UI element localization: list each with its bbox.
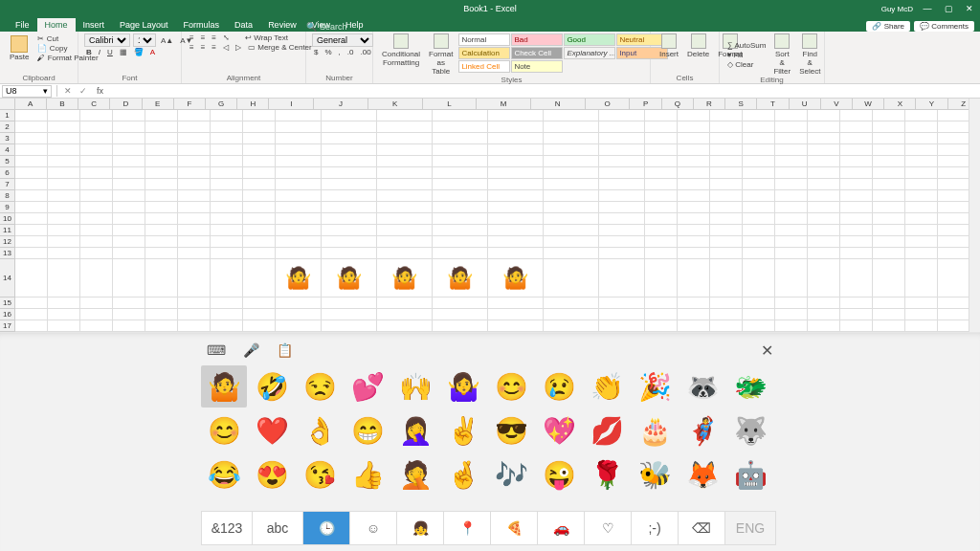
smileys-tab[interactable]: ☺ [349,511,397,545]
tab-insert[interactable]: Insert [76,18,113,32]
cell-A12[interactable] [15,236,48,248]
cell-T17[interactable] [775,320,808,332]
delete-cells-button[interactable]: Delete [684,33,712,58]
emoji-1-9[interactable]: 🎂 [632,409,678,452]
style-check-cell[interactable]: Check Cell [511,47,563,59]
cell-K16[interactable] [377,309,433,320]
comments-button[interactable]: 💬 Comments [914,21,974,32]
cell-S17[interactable] [743,320,775,332]
currency-button[interactable]: $ [312,48,320,56]
emoji-2-8[interactable]: 🌹 [584,453,630,496]
cell-Q2[interactable] [678,121,710,133]
cell-O14[interactable] [599,259,645,298]
col-header-H[interactable]: H [237,99,269,109]
cell-Q1[interactable] [678,110,710,121]
cell-K9[interactable] [377,202,433,213]
cell-R17[interactable] [710,320,743,332]
cell-P9[interactable] [645,202,678,213]
emoji-0-2[interactable]: 😒 [297,365,343,408]
cell-I5[interactable] [276,156,322,167]
tab-page-layout[interactable]: Page Layout [112,18,176,32]
cell-G3[interactable] [211,133,243,144]
keyboard-icon[interactable]: ⌨ [207,342,226,358]
tab-data[interactable]: Data [227,18,260,32]
cell-R2[interactable] [710,121,743,133]
cell-C13[interactable] [80,248,113,259]
transport-tab[interactable]: 🚗 [537,511,585,545]
cell-W4[interactable] [873,144,905,156]
cell-G8[interactable] [211,190,243,202]
align-left-button[interactable]: ≡ [188,43,196,52]
cell-T7[interactable] [775,179,808,190]
cell-P13[interactable] [645,248,678,259]
emoji-2-6[interactable]: 🎶 [488,453,534,496]
cell-B3[interactable] [48,133,80,144]
row-header-3[interactable]: 3 [0,133,15,144]
cell-H11[interactable] [243,225,276,236]
cell-A3[interactable] [15,133,48,144]
col-header-D[interactable]: D [110,99,142,109]
enter-formula-button[interactable]: ✓ [76,86,91,96]
heart-tab[interactable]: ♡ [584,511,632,545]
cell-Q7[interactable] [678,179,710,190]
cell-O15[interactable] [599,298,645,309]
row-header-4[interactable]: 4 [0,144,15,156]
cell-I10[interactable] [276,213,322,225]
cell-Q16[interactable] [678,309,710,320]
cell-G9[interactable] [211,202,243,213]
cell-U12[interactable] [808,236,840,248]
orientation-button[interactable]: ⤡ [221,33,232,42]
cell-F16[interactable] [178,309,211,320]
cell-I2[interactable] [276,121,322,133]
cell-M7[interactable] [488,179,544,190]
cell-L15[interactable] [433,298,488,309]
cell-M14[interactable]: 🤷 [488,259,544,298]
cell-A8[interactable] [15,190,48,202]
cell-E1[interactable] [145,110,178,121]
row-header-7[interactable]: 7 [0,179,15,190]
cell-J2[interactable] [322,121,377,133]
col-header-C[interactable]: C [78,99,110,109]
cell-V17[interactable] [840,320,873,332]
cell-N14[interactable] [544,259,599,298]
paste-button[interactable]: Paste [6,33,33,63]
cell-A17[interactable] [15,320,48,332]
cell-Y15[interactable] [938,298,970,309]
cell-R14[interactable] [710,259,743,298]
cell-E16[interactable] [145,309,178,320]
cell-F1[interactable] [178,110,211,121]
cell-D11[interactable] [113,225,145,236]
cell-V1[interactable] [840,110,873,121]
cell-S15[interactable] [743,298,775,309]
cell-F3[interactable] [178,133,211,144]
cell-D3[interactable] [113,133,145,144]
cell-A10[interactable] [15,213,48,225]
cell-Y7[interactable] [938,179,970,190]
cell-G2[interactable] [211,121,243,133]
cell-Y5[interactable] [938,156,970,167]
row-header-8[interactable]: 8 [0,190,15,202]
cell-J9[interactable] [322,202,377,213]
emoji-2-2[interactable]: 😘 [297,453,343,496]
cell-W10[interactable] [873,213,905,225]
cell-J7[interactable] [322,179,377,190]
cell-J15[interactable] [322,298,377,309]
col-header-N[interactable]: N [531,99,586,109]
cell-D2[interactable] [113,121,145,133]
cell-S6[interactable] [743,167,775,179]
emoji-1-8[interactable]: 💋 [584,409,630,452]
cell-U5[interactable] [808,156,840,167]
cell-X15[interactable] [905,298,938,309]
align-bottom-button[interactable]: ≡ [210,33,218,42]
cell-Y17[interactable] [938,320,970,332]
cell-N5[interactable] [544,156,599,167]
cell-U2[interactable] [808,121,840,133]
cell-R8[interactable] [710,190,743,202]
cell-V6[interactable] [840,167,873,179]
emoji-2-3[interactable]: 👍 [345,453,390,496]
cell-N3[interactable] [544,133,599,144]
cell-A2[interactable] [15,121,48,133]
cell-C6[interactable] [80,167,113,179]
cell-N16[interactable] [544,309,599,320]
cell-G11[interactable] [211,225,243,236]
